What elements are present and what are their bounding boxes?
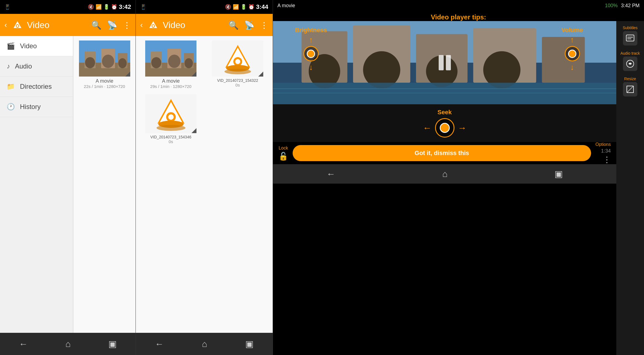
phone2-screen-icon: 📱	[140, 4, 146, 10]
video-title-v3: VID_20140723_154346	[150, 135, 191, 139]
volume-circle	[565, 46, 580, 61]
phone2-toolbar-title: Video	[163, 20, 225, 30]
svg-rect-48	[273, 83, 616, 104]
sidebar-item-video[interactable]: 🎬 Video	[0, 36, 73, 56]
video-meta-phone1: 22s / 1min · 1280×720	[84, 84, 125, 89]
svg-point-3	[17, 25, 19, 27]
arrow-up-volume: ↑	[570, 36, 574, 44]
video-grid-item-1[interactable]: A movie 29s / 1min · 1280×720	[140, 40, 201, 89]
seek-area: Seek ← →	[273, 104, 616, 142]
cast-icon-phone1[interactable]: 📡	[107, 20, 117, 30]
subtitles-icon[interactable]	[623, 31, 637, 45]
options-label: Options	[596, 142, 611, 147]
sidebar-item-directories[interactable]: 📁 Directories	[0, 77, 73, 97]
sidebar: 🎬 Video ♪ Audio 📁 Directories 🕐 History	[0, 36, 73, 333]
brightness-label: Brightness	[295, 27, 327, 34]
directories-sidebar-icon: 📁	[7, 83, 15, 90]
video-meta-v1: 29s / 1min · 1280×720	[150, 84, 191, 89]
phone1-toolbar: ‹ Video 🔍 📡 ⋮	[0, 14, 136, 36]
back-nav-phone3[interactable]: ←	[326, 169, 335, 179]
seek-label: Seek	[438, 109, 452, 116]
video-meta-v2: 0s	[236, 83, 240, 87]
recents-nav-phone3[interactable]: ▣	[554, 169, 563, 179]
bridge-scene-phone2	[145, 40, 196, 77]
svg-rect-50	[273, 93, 616, 93]
audio-track-icon[interactable]	[623, 57, 637, 71]
corner-marker-v3	[191, 128, 196, 133]
video-grid-item-3[interactable]: VID_20140723_154346 0s	[140, 94, 201, 144]
sidebar-directories-label: Directories	[20, 83, 52, 90]
resize-icon[interactable]	[623, 82, 637, 97]
phone1: 📱 🔇 📶 🔋 ⏰ 3:42 ‹ Video 🔍 📡 ⋮ �	[0, 0, 136, 355]
pause-icon-area	[439, 55, 451, 70]
history-sidebar-icon: 🕐	[7, 103, 15, 111]
recents-nav-phone2[interactable]: ▣	[245, 339, 254, 349]
phone1-screen-icon: 📱	[4, 4, 11, 10]
back-nav-phone2[interactable]: ←	[155, 339, 164, 349]
more-icon-phone1[interactable]: ⋮	[123, 20, 131, 30]
brightness-circle	[303, 46, 319, 61]
video-item-phone1[interactable]: A movie 22s / 1min · 1280×720	[78, 40, 131, 89]
vlc-cone-v2	[223, 43, 253, 75]
corner-marker-phone1	[125, 72, 130, 77]
sidebar-item-audio[interactable]: ♪ Audio	[0, 56, 73, 77]
phone3-movie-title: A movie	[277, 3, 295, 9]
home-nav-phone3[interactable]: ⌂	[442, 169, 448, 179]
phone3: A movie 100% 3:42 PM Video player tips:	[273, 0, 644, 355]
clock-icon-p2: ⏰	[248, 4, 254, 10]
phone1-back-button[interactable]: ‹	[4, 21, 7, 29]
cast-icon-phone2[interactable]: 📡	[244, 20, 254, 30]
svg-point-55	[629, 63, 631, 65]
phone1-toolbar-title: Video	[27, 20, 88, 30]
vlc-logo-phone1	[11, 19, 24, 31]
phone2-main-content: A movie 29s / 1min · 1280×720 VID	[136, 36, 273, 333]
svg-point-9	[85, 57, 95, 68]
svg-point-23	[185, 58, 193, 68]
wifi-icon-p2: 📶	[233, 4, 239, 10]
mute-icon-p2: 🔇	[225, 4, 231, 10]
svg-point-10	[102, 55, 114, 68]
vlc-logo-phone2	[147, 19, 159, 31]
svg-point-33	[168, 114, 174, 120]
seek-row: ← →	[423, 118, 467, 138]
tips-title: Video player tips:	[273, 11, 644, 21]
seek-left-arrow: ←	[423, 123, 432, 133]
search-icon-phone2[interactable]: 🔍	[228, 20, 239, 30]
svg-point-15	[152, 25, 154, 27]
audio-sidebar-icon: ♪	[7, 62, 10, 70]
arrow-down-volume: ↓	[570, 63, 574, 72]
bridge-scene-svg	[79, 40, 130, 77]
phone2-bottom-nav: ← ⌂ ▣	[136, 333, 273, 355]
home-nav-phone1[interactable]: ⌂	[65, 339, 71, 349]
recents-nav-phone1[interactable]: ▣	[108, 339, 117, 349]
lock-label: Lock	[279, 146, 288, 151]
home-nav-phone2[interactable]: ⌂	[202, 339, 207, 349]
player-main: Brightness ↑ ↓ Volume ↑	[273, 21, 616, 355]
options-area: Options 1:34 ⋮	[596, 142, 611, 164]
wifi-icon: 📶	[96, 4, 102, 10]
search-icon-phone1[interactable]: 🔍	[91, 20, 101, 30]
video-grid-item-2[interactable]: VID_20140723_154322 0s	[207, 40, 268, 89]
audio-track-label: Audio track	[620, 51, 640, 55]
svg-point-27	[235, 59, 240, 64]
more-icon-phone2[interactable]: ⋮	[260, 20, 268, 30]
player-video-bg: Brightness ↑ ↓ Volume ↑	[273, 21, 616, 104]
video-title-phone1: A movie	[96, 78, 113, 84]
phone2-back-button[interactable]: ‹	[140, 21, 143, 29]
sidebar-item-history[interactable]: 🕐 History	[0, 97, 73, 117]
options-dots-icon[interactable]: ⋮	[603, 155, 611, 164]
clock-icon: ⏰	[111, 4, 117, 10]
subtitles-svg	[626, 34, 635, 42]
svg-point-29	[224, 69, 251, 74]
dismiss-button[interactable]: Got it, dismiss this	[293, 145, 591, 161]
lock-icon: 🔓	[278, 152, 288, 161]
phone1-time: 3:42	[119, 3, 131, 11]
video-thumbnail-phone1	[79, 40, 130, 77]
video-meta-v3: 0s	[169, 139, 173, 144]
back-nav-phone1[interactable]: ←	[19, 339, 28, 349]
phone2-toolbar: ‹ Video 🔍 📡 ⋮	[136, 14, 273, 36]
phone3-time: 3:42 PM	[621, 3, 640, 9]
phone3-bottom-nav: ← ⌂ ▣	[273, 164, 616, 184]
svg-rect-51	[626, 35, 634, 41]
video-title-v1: A movie	[162, 78, 180, 84]
